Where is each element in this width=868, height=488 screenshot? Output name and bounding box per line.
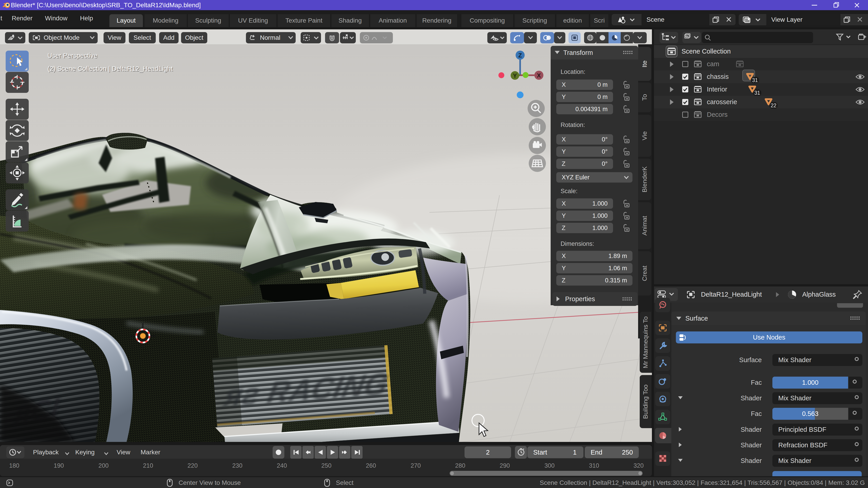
svg-text:Z: Z: [518, 52, 522, 59]
svg-text:X: X: [537, 72, 541, 79]
svg-text:(2) Scene Collection | DeltaR1: (2) Scene Collection | DeltaR12_HeadLigh…: [48, 65, 173, 72]
svg-text:Y: Y: [513, 72, 517, 79]
svg-text:User Perspective: User Perspective: [48, 52, 97, 59]
